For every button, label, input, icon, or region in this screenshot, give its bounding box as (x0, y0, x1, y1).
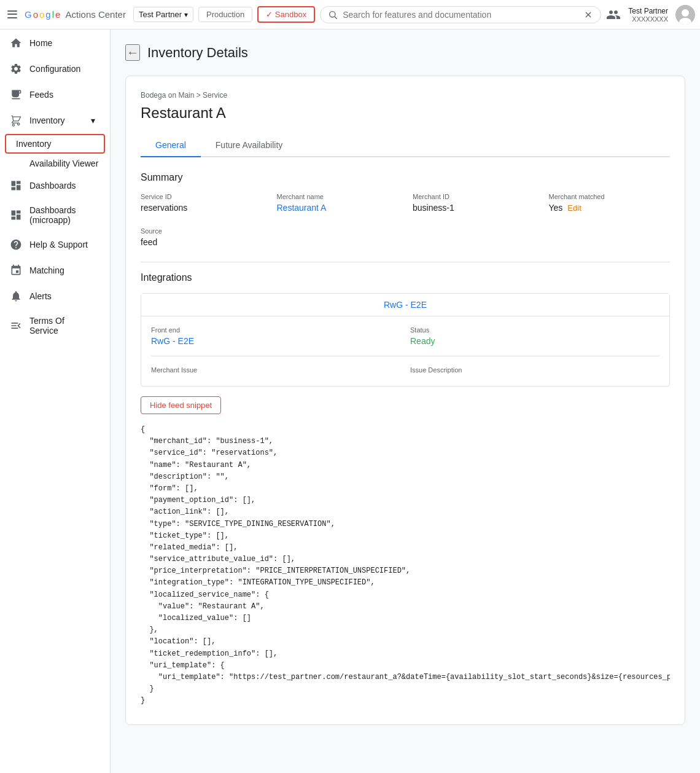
divider-2 (151, 356, 659, 356)
partner-selector[interactable]: Test Partner ▾ (133, 7, 193, 22)
tabs: General Future Availability (141, 134, 670, 157)
summary-title: Summary (141, 172, 670, 183)
main-content: ← Inventory Details Bodega on Main > Ser… (111, 29, 700, 773)
search-icon (328, 9, 338, 20)
sidebar-label-help-support: Help & Support (29, 240, 88, 249)
merchant-name-value[interactable]: Restaurant A (277, 203, 399, 213)
breadcrumb: Bodega on Main > Service (141, 91, 670, 100)
topbar-right: Test Partner XXXXXXXX (606, 5, 695, 25)
integration-card: RwG - E2E Front end RwG - E2E Status Rea… (141, 293, 670, 386)
merchant-name-label: Merchant name (277, 193, 399, 200)
service-id-label: Service ID (141, 193, 262, 200)
chevron-down-icon: ▾ (184, 10, 188, 19)
front-end-label: Front end (151, 326, 400, 334)
summary-merchant-name: Merchant name Restaurant A (277, 193, 399, 213)
sidebar-item-feeds[interactable]: Feeds (0, 82, 105, 107)
integration-front-end: Front end RwG - E2E (151, 326, 400, 346)
divider-1 (141, 262, 670, 262)
merchant-matched-row: Yes Edit (549, 203, 671, 213)
sidebar-label-inventory: Inventory (29, 116, 65, 125)
avatar[interactable] (675, 5, 695, 25)
status-value: Ready (410, 336, 659, 346)
dashboard2-icon (10, 209, 22, 221)
merchant-id-label: Merchant ID (413, 193, 534, 200)
merchant-issue-label: Merchant Issue (151, 366, 400, 374)
search-bar (320, 6, 601, 23)
merchant-matched-value: Yes (549, 203, 563, 213)
user-id: XXXXXXXX (628, 15, 668, 23)
menu-icon[interactable] (5, 7, 20, 22)
sidebar-item-inventory-sub[interactable]: Inventory (5, 134, 105, 154)
close-icon[interactable] (583, 9, 593, 20)
source-label: Source (141, 227, 670, 235)
details-card: Bodega on Main > Service Restaurant A Ge… (125, 76, 685, 725)
hide-feed-snippet-button[interactable]: Hide feed snippet (141, 396, 221, 414)
user-name: Test Partner (628, 7, 668, 15)
front-end-value[interactable]: RwG - E2E (151, 336, 400, 346)
sidebar-label-terms: Terms Of Service (29, 316, 95, 335)
sidebar-item-dashboards-microapp[interactable]: Dashboards (microapp) (0, 199, 105, 231)
service-id-value: reservations (141, 203, 262, 213)
sidebar-item-help-support[interactable]: Help & Support (0, 232, 105, 257)
sidebar-label-inventory-sub: Inventory (16, 139, 52, 149)
integration-header[interactable]: RwG - E2E (141, 294, 669, 316)
sidebar-label-availability-viewer: Availability Viewer (29, 159, 98, 168)
chevron-up-icon: ▾ (91, 116, 95, 125)
page-header: ← Inventory Details (125, 44, 685, 61)
sidebar-item-matching[interactable]: Matching (0, 258, 105, 283)
settings-icon (10, 63, 22, 75)
sidebar-item-availability-viewer[interactable]: Availability Viewer (0, 155, 110, 172)
sidebar-label-home: Home (29, 38, 52, 48)
summary-merchant-matched: Merchant matched Yes Edit (549, 193, 671, 213)
integration-status: Status Ready (410, 326, 659, 346)
tab-future-availability[interactable]: Future Availability (201, 134, 297, 157)
summary-service-id: Service ID reservations (141, 193, 262, 213)
help-icon (10, 238, 22, 251)
sidebar-label-feeds: Feeds (29, 90, 53, 100)
inventory-icon (10, 114, 22, 127)
integration-body: Front end RwG - E2E Status Ready Merchan… (141, 316, 669, 386)
integrations-title: Integrations (141, 272, 670, 283)
status-label: Status (410, 326, 659, 334)
sidebar: Home Configuration Feeds Inventory ▾ Inv… (0, 29, 111, 773)
app-name: Actions Center (66, 9, 126, 20)
summary-merchant-id: Merchant ID business-1 (413, 193, 534, 213)
sidebar-item-alerts[interactable]: Alerts (0, 284, 105, 308)
feeds-icon (10, 88, 22, 101)
people-icon[interactable] (606, 7, 621, 22)
svg-point-5 (682, 9, 689, 17)
user-info: Test Partner XXXXXXXX (628, 7, 668, 23)
production-button[interactable]: Production (198, 7, 252, 22)
sidebar-label-matching: Matching (29, 265, 64, 275)
sidebar-item-configuration[interactable]: Configuration (0, 57, 105, 81)
issue-desc-col: Issue Description (410, 366, 659, 376)
home-icon (10, 37, 22, 49)
partner-name: Test Partner (139, 10, 182, 19)
matching-icon (10, 264, 22, 277)
sidebar-item-home[interactable]: Home (0, 31, 105, 55)
tab-general[interactable]: General (141, 134, 201, 157)
topbar: Google Actions Center Test Partner ▾ Pro… (0, 0, 700, 29)
merchant-id-value: business-1 (413, 203, 534, 213)
google-logo[interactable]: Google Actions Center (25, 9, 126, 20)
issues-row: Merchant Issue Issue Description (151, 366, 659, 376)
alerts-icon (10, 290, 22, 302)
feed-snippet-code: { "merchant_id": "business-1", "service_… (141, 422, 670, 710)
sidebar-item-inventory[interactable]: Inventory ▾ (0, 108, 105, 133)
sidebar-item-terms[interactable]: Terms Of Service (0, 310, 105, 342)
source-row: Source feed (141, 227, 670, 247)
search-input[interactable] (343, 10, 578, 20)
page-title: Inventory Details (147, 45, 248, 61)
sidebar-label-dashboards: Dashboards (29, 181, 76, 190)
sidebar-item-dashboards[interactable]: Dashboards (0, 173, 105, 198)
sidebar-label-dashboards-microapp: Dashboards (microapp) (29, 205, 95, 225)
edit-link[interactable]: Edit (567, 203, 581, 213)
summary-grid: Service ID reservations Merchant name Re… (141, 193, 670, 213)
back-button[interactable]: ← (125, 44, 140, 61)
sidebar-label-alerts: Alerts (29, 291, 52, 301)
sandbox-button[interactable]: ✓ Sandbox (257, 6, 315, 23)
merchant-issue-col: Merchant Issue (151, 366, 400, 376)
issue-desc-label: Issue Description (410, 366, 659, 374)
sidebar-label-configuration: Configuration (29, 64, 80, 74)
merchant-matched-label: Merchant matched (549, 193, 671, 200)
